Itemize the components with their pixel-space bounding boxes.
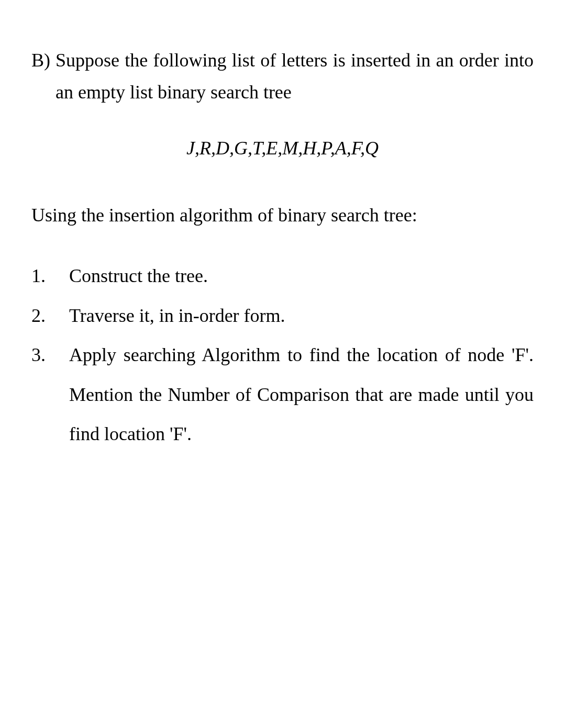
list-item: 1. Construct the tree. <box>31 256 534 296</box>
list-content: Traverse it, in in-order form. <box>69 296 534 336</box>
list-content: Construct the tree. <box>69 256 534 296</box>
list-content: Apply searching Algorithm to find the lo… <box>69 335 534 454</box>
ordered-list: 1. Construct the tree. 2. Traverse it, i… <box>31 256 534 454</box>
list-number: 2. <box>31 296 69 336</box>
list-item: 3. Apply searching Algorithm to find the… <box>31 335 534 454</box>
question-marker: B) <box>31 44 56 108</box>
intro-text: Using the insertion algorithm of binary … <box>31 196 534 236</box>
list-number: 3. <box>31 335 69 454</box>
list-item: 2. Traverse it, in in-order form. <box>31 296 534 336</box>
list-number: 1. <box>31 256 69 296</box>
question-text: Suppose the following list of letters is… <box>56 44 534 108</box>
letters-sequence: J,R,D,G,T,E,M,H,P,A,F,Q <box>31 137 534 159</box>
question-block: B) Suppose the following list of letters… <box>31 44 534 108</box>
